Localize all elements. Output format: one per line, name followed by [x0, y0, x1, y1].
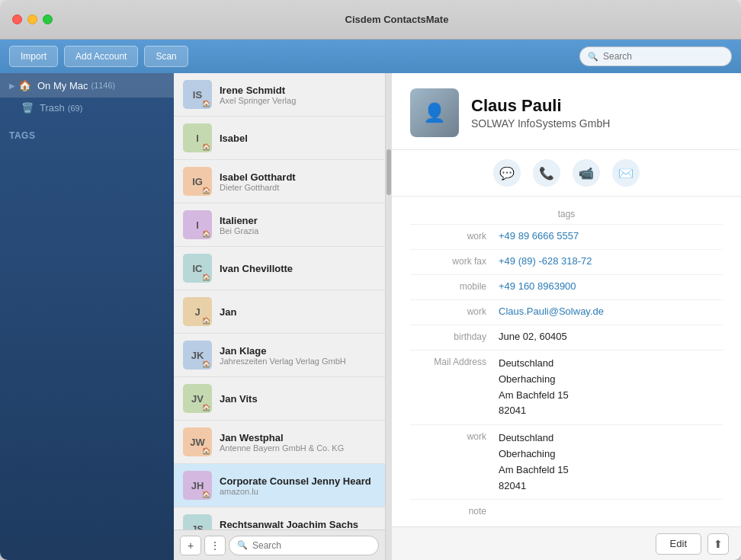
contact-search-box: 🔍 [229, 536, 379, 555]
scan-button[interactable]: Scan [144, 46, 188, 67]
field-label: work fax [410, 255, 486, 267]
home-icon: 🏠 [202, 143, 210, 151]
contact-info: Ivan Chevillotte [220, 263, 376, 274]
contact-avatar: JH 🏠 [183, 471, 212, 500]
detail-row: Mail Address DeutschlandOberhachingAm Ba… [392, 352, 741, 423]
contact-subtitle: Axel Springer Verlag [220, 96, 376, 105]
contact-list-footer: + ⋮ 🔍 [174, 530, 385, 560]
contact-search-input[interactable] [252, 540, 370, 551]
divider [410, 274, 723, 275]
sidebar-item-on-my-mac[interactable]: ▶ 🏠 On My Mac (1146) [0, 73, 174, 98]
field-label: work [410, 306, 486, 317]
contact-avatar: I 🏠 [183, 123, 212, 152]
home-icon: 🏠 [202, 187, 210, 194]
home-icon: 🏠 [202, 404, 210, 411]
divider [410, 299, 723, 300]
email-action-button[interactable]: ✉️ [612, 159, 640, 187]
detail-row: note [392, 501, 741, 523]
phone-icon: 📞 [539, 166, 554, 181]
message-action-button[interactable]: 💬 [493, 159, 521, 187]
home-icon: 🏠 [202, 230, 210, 238]
contact-name: Jan Westphal [220, 432, 376, 443]
share-button[interactable]: ⬆ [707, 533, 729, 555]
field-value[interactable]: Claus.Pauli@Solway.de [499, 306, 723, 317]
minimize-button[interactable] [27, 14, 37, 24]
toolbar-search-input[interactable] [603, 51, 723, 62]
main-content: ▶ 🏠 On My Mac (1146) 🗑️ Trash (69) Tags … [0, 73, 741, 560]
add-account-button[interactable]: Add Account [64, 46, 138, 67]
home-icon: 🏠 [202, 360, 210, 368]
list-item[interactable]: IC 🏠 Ivan Chevillotte [174, 247, 385, 290]
field-label: work [410, 230, 486, 242]
contact-list: IS 🏠 Irene Schmidt Axel Springer Verlag … [174, 73, 386, 560]
list-item[interactable]: JW 🏠 Jan Westphal Antenne Bayern GmbH & … [174, 421, 385, 464]
search-icon: 🔍 [237, 540, 248, 550]
list-item[interactable]: J 🏠 Jan [174, 290, 385, 334]
contact-avatar: I 🏠 [183, 210, 212, 239]
contact-avatar: IS 🏠 [183, 80, 212, 109]
contact-name: Ivan Chevillotte [220, 263, 376, 274]
home-icon: 🏠 [202, 100, 210, 107]
phone-action-button[interactable]: 📞 [533, 159, 560, 187]
contact-name: Jan [220, 306, 376, 318]
contact-avatar: IG 🏠 [183, 167, 212, 196]
video-action-button[interactable]: 📹 [573, 159, 600, 187]
detail-header: 👤 Claus Pauli SOLWAY InfoSystems GmbH [392, 73, 741, 150]
field-value[interactable]: +49 160 8963900 [499, 280, 723, 292]
field-label: work [410, 430, 486, 442]
divider [410, 224, 723, 225]
contact-company: SOLWAY InfoSystems GmbH [471, 117, 723, 130]
list-item[interactable]: I 🏠 Italiener Bei Grazia [174, 203, 385, 247]
import-button[interactable]: Import [9, 46, 58, 67]
divider [410, 249, 723, 250]
detail-row: work +49 89 6666 5557 [392, 226, 741, 248]
video-icon: 📹 [579, 166, 594, 181]
contact-avatar: JK 🏠 [183, 341, 212, 370]
sidebar-item-trash[interactable]: 🗑️ Trash (69) [0, 98, 174, 118]
titlebar: Cisdem ContactsMate [0, 0, 741, 40]
home-icon: 🏠 [202, 447, 210, 455]
list-item[interactable]: IG 🏠 Isabel Gotthardt Dieter Gotthardt [174, 160, 385, 203]
list-item[interactable]: JS 🏠 Rechtsanwalt Joachim Sachs Kanzlei … [174, 507, 385, 530]
list-item[interactable]: JH 🏠 Corporate Counsel Jenny Heard amazo… [174, 464, 385, 507]
contact-info: Corporate Counsel Jenny Heard amazon.lu [220, 475, 376, 496]
menu-button[interactable]: ⋮ [204, 536, 226, 555]
divider [410, 325, 723, 325]
detail-fields: tags work +49 89 6666 5557 work fax +49 … [392, 197, 741, 526]
contact-name: Italiener [220, 215, 376, 226]
detail-name-section: Claus Pauli SOLWAY InfoSystems GmbH [471, 96, 723, 130]
sidebar-trash-count: (69) [68, 104, 83, 113]
contact-subtitle: Dieter Gotthardt [220, 183, 376, 192]
close-button[interactable] [12, 14, 22, 24]
contact-info: Jan Klage Jahreszeiten Verlag Verlag Gmb… [220, 345, 376, 366]
search-icon: 🔍 [588, 52, 598, 62]
traffic-lights [12, 14, 53, 24]
sidebar-trash-label: Trash [40, 102, 65, 114]
list-item[interactable]: JK 🏠 Jan Klage Jahreszeiten Verlag Verla… [174, 334, 385, 377]
sidebar-tags-section: Tags [0, 118, 174, 147]
field-value[interactable]: +49 89 6666 5557 [499, 230, 723, 242]
tags-section-label: tags [392, 203, 741, 222]
app-window: Cisdem ContactsMate Import Add Account S… [0, 0, 741, 560]
add-contact-button[interactable]: + [180, 536, 201, 555]
contact-info: Jan Vits [220, 393, 376, 405]
list-item[interactable]: IS 🏠 Irene Schmidt Axel Springer Verlag [174, 73, 385, 117]
divider [410, 350, 723, 350]
list-item[interactable]: JV 🏠 Jan Vits [174, 377, 385, 421]
contact-info: Italiener Bei Grazia [220, 215, 376, 235]
field-value[interactable]: +49 (89) -628 318-72 [499, 255, 723, 267]
avatar-person-icon: 👤 [423, 102, 446, 123]
list-item[interactable]: I 🏠 Isabel [174, 117, 385, 160]
toolbar: Import Add Account Scan 🔍 [0, 40, 741, 73]
detail-row: mobile +49 160 8963900 [392, 277, 741, 298]
field-value: June 02, 60405 [499, 331, 723, 342]
fullscreen-button[interactable] [43, 14, 53, 24]
scroll-thumb[interactable] [387, 149, 391, 195]
edit-button[interactable]: Edit [656, 533, 701, 555]
contact-avatar: IC 🏠 [183, 254, 212, 283]
message-icon: 💬 [499, 166, 515, 181]
field-label: mobile [410, 280, 486, 292]
divider [410, 499, 723, 500]
contact-list-scroll[interactable]: IS 🏠 Irene Schmidt Axel Springer Verlag … [174, 73, 385, 530]
field-label: birthday [410, 331, 486, 342]
